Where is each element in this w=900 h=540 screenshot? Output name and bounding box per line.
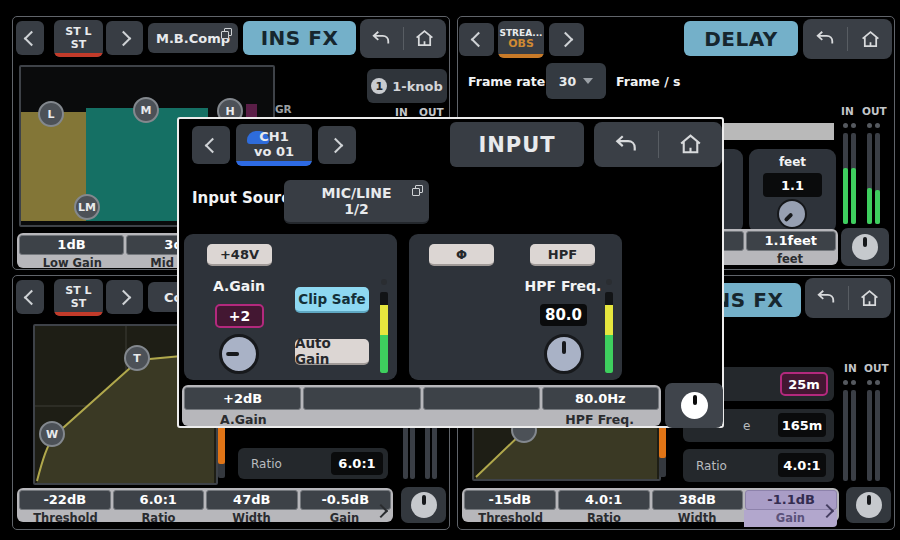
chevron-right-icon xyxy=(557,32,573,48)
home-icon xyxy=(859,288,880,309)
copy-icon xyxy=(412,185,423,196)
again-label: A.Gain xyxy=(194,278,284,294)
channel-color-bar xyxy=(54,312,103,316)
feet-knob[interactable] xyxy=(777,199,807,229)
strip-label: Low Gain xyxy=(19,255,126,272)
touch-knob-button[interactable] xyxy=(841,228,889,266)
touch-knob[interactable] xyxy=(856,492,882,518)
out-meter-l-level xyxy=(867,188,872,224)
touch-knob[interactable] xyxy=(681,392,708,419)
phase-button[interactable]: Φ xyxy=(429,244,494,266)
prev-channel-button[interactable] xyxy=(16,280,44,314)
chevron-right-icon xyxy=(115,30,131,46)
prev-channel-button[interactable] xyxy=(192,126,230,164)
parameter-strip[interactable]: +2dB 80.0Hz A.Gain HPF Freq. xyxy=(182,385,661,426)
tab-ins-fx[interactable]: INS FX xyxy=(243,21,356,55)
strip-value-ratio: 6.0:1 xyxy=(113,490,205,510)
next-channel-button[interactable] xyxy=(318,126,356,164)
touch-knob-button[interactable] xyxy=(846,487,891,523)
strip-value-hpf: 80.0Hz xyxy=(542,387,659,410)
copy-icon xyxy=(221,28,232,39)
auto-gain-button[interactable]: Auto Gain xyxy=(295,339,369,365)
home-button[interactable] xyxy=(659,122,723,167)
chevron-right-icon xyxy=(328,137,344,153)
clip-safe-button[interactable]: Clip Safe xyxy=(295,287,369,313)
undo-button[interactable] xyxy=(803,19,847,59)
hpf-freq-value[interactable]: 80.0 xyxy=(540,304,587,326)
ratio-value: 6.0:1 xyxy=(331,452,383,475)
undo-button[interactable] xyxy=(594,122,658,167)
band-handle-mid[interactable]: M xyxy=(133,97,159,123)
frame-rate-label: Frame rate xyxy=(468,74,545,89)
next-channel-button[interactable] xyxy=(106,280,143,314)
touch-knob-button[interactable] xyxy=(665,383,723,428)
chevron-left-icon xyxy=(24,289,40,305)
one-knob-badge: 1 xyxy=(371,78,387,94)
channel-color-bar xyxy=(498,54,544,58)
mixer-screen: ST L ST M.B.Comp INS FX L M H LM xyxy=(0,0,900,540)
band-handle-lowmid[interactable]: LM xyxy=(74,194,100,220)
hpf-freq-knob[interactable] xyxy=(544,334,584,374)
strip-label xyxy=(422,410,541,429)
ratio-param-box[interactable]: Ratio 6.0:1 xyxy=(238,448,388,479)
width-handle[interactable]: W xyxy=(39,421,65,447)
feet-value[interactable]: 1.1 xyxy=(763,173,822,197)
channel-select-button[interactable]: STREA... OBS xyxy=(498,21,544,58)
strip-value-threshold: -22dB xyxy=(19,490,111,510)
touch-knob[interactable] xyxy=(411,492,437,518)
home-icon xyxy=(678,132,703,157)
strip-label: HPF Freq. xyxy=(540,410,659,429)
strip-value-width: 38dB xyxy=(652,490,744,510)
channel-select-button[interactable]: ST L ST xyxy=(54,279,103,316)
again-knob[interactable] xyxy=(219,334,259,374)
undo-button[interactable] xyxy=(360,19,403,58)
strip-value xyxy=(303,387,420,410)
in-meter-l-level xyxy=(843,168,848,224)
prev-channel-button[interactable] xyxy=(16,21,44,55)
next-channel-button[interactable] xyxy=(549,23,584,56)
input-source-button[interactable]: MIC/LINE 1/2 xyxy=(284,180,429,224)
home-button[interactable] xyxy=(849,278,892,318)
nav-group xyxy=(803,19,892,59)
strip-label: Width xyxy=(205,510,298,527)
hpf-button[interactable]: HPF xyxy=(530,244,595,266)
chevron-right-icon xyxy=(115,289,131,305)
strip-value-width: 47dB xyxy=(206,490,298,510)
parameter-strip[interactable]: -15dB 4.0:1 38dB -1.1dB Threshold Ratio … xyxy=(462,488,839,522)
undo-button[interactable] xyxy=(805,278,848,318)
input-dialog: CH1 vo 01 INPUT Input Source MIC/LINE 1/… xyxy=(177,117,724,428)
in-meter-label: IN xyxy=(844,362,857,374)
ratio-value: 4.0:1 xyxy=(778,453,826,477)
threshold-handle[interactable]: T xyxy=(124,345,150,371)
gr-meter-label: GR xyxy=(275,103,292,115)
ratio-param-box[interactable]: Ratio 4.0:1 xyxy=(683,449,834,482)
phantom-48v-button[interactable]: +48V xyxy=(207,244,272,266)
strip-label: A.Gain xyxy=(184,410,303,429)
next-channel-button[interactable] xyxy=(106,21,143,55)
frame-unit-label: Frame / s xyxy=(616,74,681,89)
again-value[interactable]: +2 xyxy=(215,304,264,328)
input-meter xyxy=(380,292,388,373)
strip-value xyxy=(423,387,540,410)
undo-icon xyxy=(614,133,638,157)
prev-channel-button[interactable] xyxy=(459,23,494,56)
effect-name-button[interactable]: M.B.Comp xyxy=(148,23,238,53)
strip-label: Threshold xyxy=(19,510,112,527)
frame-rate-dropdown[interactable]: 30 xyxy=(546,63,606,99)
chevron-left-icon xyxy=(205,137,221,153)
touch-knob-button[interactable] xyxy=(401,487,446,523)
home-button[interactable] xyxy=(404,19,447,58)
nav-group xyxy=(805,278,891,318)
parameter-strip[interactable]: -22dB 6.0:1 47dB -0.5dB Threshold Ratio … xyxy=(17,488,393,522)
tab-delay[interactable]: DELAY xyxy=(684,21,798,56)
one-knob-button[interactable]: 1 1-knob xyxy=(367,69,447,103)
home-button[interactable] xyxy=(848,19,892,59)
channel-select-button[interactable]: ST L ST xyxy=(54,20,103,57)
chevron-left-icon xyxy=(24,30,40,46)
strip-value: 1.1feet xyxy=(746,231,837,251)
dropdown-arrow-icon xyxy=(583,78,593,84)
feet-label: feet xyxy=(749,155,836,169)
band-handle-low[interactable]: L xyxy=(38,101,64,127)
channel-select-button[interactable]: CH1 vo 01 xyxy=(236,124,312,166)
touch-knob[interactable] xyxy=(852,234,878,260)
